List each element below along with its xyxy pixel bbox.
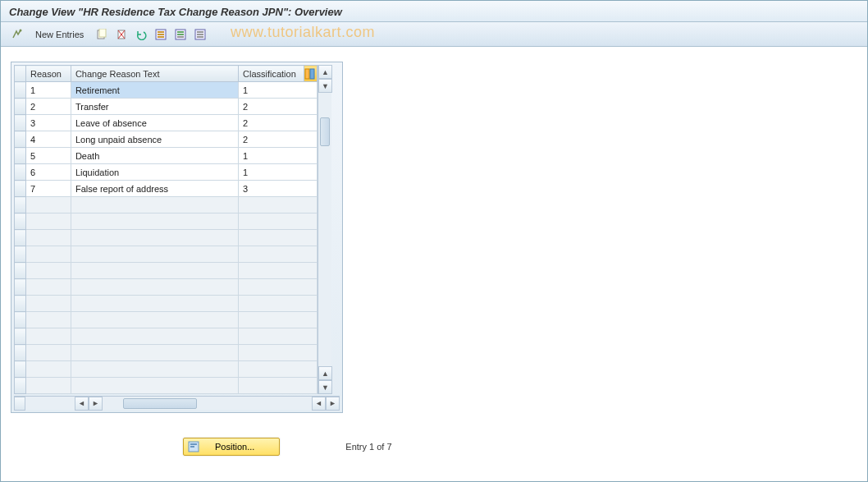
table-row[interactable]: 7False report of address3 [15,181,318,197]
cell-text[interactable] [71,279,238,296]
row-selector-header[interactable] [15,66,26,82]
scroll-right-far-icon[interactable]: ► [326,397,340,411]
undo-icon[interactable] [133,26,149,43]
cell-reason[interactable] [25,296,71,312]
table-row[interactable]: 2Transfer2 [15,99,318,115]
table-row[interactable]: 4Long unpaid absence2 [15,131,318,148]
cell-text[interactable] [71,296,238,312]
cell-text[interactable] [71,345,238,361]
cell-classification[interactable]: 1 [239,164,318,181]
scroll-up-step-icon[interactable]: ▲ [318,366,332,380]
table-row[interactable]: 3Leave of absence2 [15,115,318,131]
cell-reason[interactable] [25,345,71,361]
table-row[interactable]: 6Liquidation1 [15,164,318,181]
scroll-thumb[interactable] [320,117,330,146]
table-row-empty[interactable] [15,263,318,279]
table-row-empty[interactable] [15,378,318,394]
cell-reason[interactable] [25,230,71,246]
cell-text[interactable] [71,361,238,378]
row-selector[interactable] [15,296,26,312]
cell-text[interactable] [71,328,238,345]
table-row-empty[interactable] [15,361,318,378]
cell-classification[interactable]: 2 [239,115,318,131]
cell-classification[interactable] [239,345,318,361]
row-selector[interactable] [15,312,26,328]
cell-text[interactable]: False report of address [71,181,238,197]
hscroll-track[interactable] [103,397,312,411]
cell-classification[interactable]: 3 [239,181,318,197]
cell-text[interactable] [71,378,238,394]
toggle-icon[interactable] [9,26,25,43]
cell-reason[interactable] [25,213,71,230]
table-settings-icon[interactable] [304,66,317,82]
cell-reason[interactable] [25,361,71,378]
position-button[interactable]: Position... [183,438,280,456]
cell-classification[interactable] [239,246,318,263]
cell-text[interactable]: Death [71,148,238,164]
cell-text[interactable]: Liquidation [71,164,238,181]
cell-classification[interactable] [239,296,318,312]
cell-text[interactable] [71,246,238,263]
row-selector[interactable] [15,263,26,279]
cell-classification[interactable] [239,312,318,328]
cell-text[interactable] [71,230,238,246]
table-row-empty[interactable] [15,328,318,345]
cell-reason[interactable] [25,263,71,279]
table-row[interactable]: 1Retirement1 [15,82,318,99]
row-selector[interactable] [15,361,26,378]
row-selector[interactable] [15,148,26,164]
scroll-right-icon[interactable]: ◄ [312,397,326,411]
row-selector[interactable] [15,378,26,394]
row-selector[interactable] [15,181,26,197]
cell-classification[interactable]: 2 [239,131,318,148]
table-row-empty[interactable] [15,246,318,263]
scroll-left-far-icon[interactable]: ◄ [75,397,89,411]
cell-classification[interactable]: 2 [239,99,318,115]
table-row-empty[interactable] [15,197,318,213]
row-selector[interactable] [15,131,26,148]
table-row-empty[interactable] [15,345,318,361]
row-selector[interactable] [15,230,26,246]
cell-reason[interactable]: 5 [25,148,71,164]
table-row[interactable]: 5Death1 [15,148,318,164]
hscroll-thumb[interactable] [123,398,197,409]
scroll-left-icon[interactable]: ► [89,397,103,411]
cell-text[interactable] [71,263,238,279]
table-row-empty[interactable] [15,296,318,312]
delete-icon[interactable] [113,26,130,43]
cell-classification[interactable] [239,230,318,246]
select-all-icon[interactable] [153,26,169,43]
cell-classification[interactable] [239,263,318,279]
vertical-scrollbar[interactable]: ▲ ▼ ▲ ▼ [318,65,331,394]
copy-icon[interactable] [94,26,110,43]
scroll-track[interactable] [318,93,331,366]
col-header-text[interactable]: Change Reason Text [71,66,238,82]
cell-text[interactable]: Leave of absence [71,115,238,131]
row-selector[interactable] [15,115,26,131]
cell-reason[interactable] [25,197,71,213]
col-header-classification[interactable]: Classification [239,66,304,82]
table-row-empty[interactable] [15,279,318,296]
cell-reason[interactable]: 6 [25,164,71,181]
table-row-empty[interactable] [15,230,318,246]
new-entries-button[interactable]: New Entries [29,28,90,41]
cell-reason[interactable] [25,378,71,394]
horizontal-scrollbar[interactable]: ◄ ► ◄ ► [14,396,340,410]
row-selector[interactable] [15,246,26,263]
scroll-down-icon[interactable]: ▼ [318,380,332,394]
scroll-down-step-icon[interactable]: ▼ [318,79,332,93]
scroll-up-icon[interactable]: ▲ [318,65,332,79]
cell-classification[interactable] [239,378,318,394]
row-selector[interactable] [15,328,26,345]
cell-reason[interactable] [25,246,71,263]
cell-reason[interactable]: 7 [25,181,71,197]
cell-text[interactable] [71,197,238,213]
cell-reason[interactable]: 3 [25,115,71,131]
select-block-icon[interactable] [172,26,189,43]
row-selector[interactable] [15,99,26,115]
cell-reason[interactable]: 4 [25,131,71,148]
table-row-empty[interactable] [15,312,318,328]
row-selector[interactable] [15,82,26,99]
cell-classification[interactable] [239,279,318,296]
col-header-reason[interactable]: Reason [25,66,71,82]
